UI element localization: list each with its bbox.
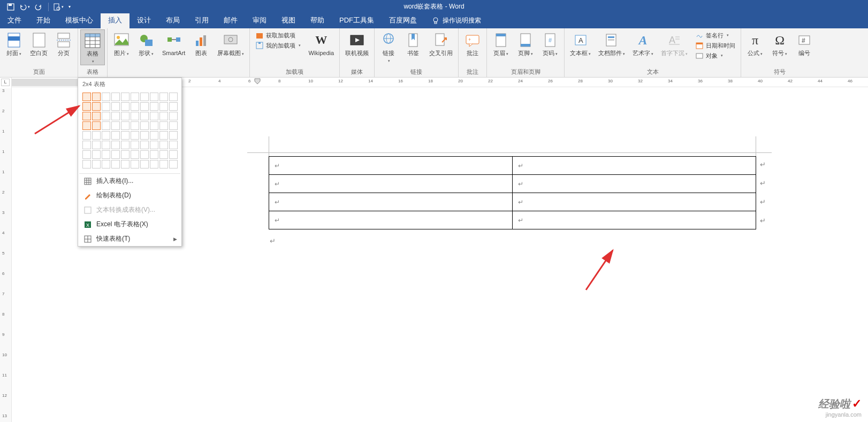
table-grid-picker[interactable] bbox=[78, 90, 181, 173]
grid-cell[interactable] bbox=[131, 150, 139, 159]
grid-cell[interactable] bbox=[169, 131, 178, 140]
wikipedia-button[interactable]: WWikipedia bbox=[305, 29, 337, 57]
table-row[interactable]: ↵↵ bbox=[269, 193, 756, 211]
ruler-corner[interactable]: L bbox=[1, 79, 10, 86]
tab-help[interactable]: 帮助 bbox=[303, 12, 332, 28]
grid-cell[interactable] bbox=[131, 102, 139, 111]
grid-cell[interactable] bbox=[92, 160, 101, 168]
grid-cell[interactable] bbox=[159, 131, 168, 140]
tab-design[interactable]: 设计 bbox=[130, 12, 158, 28]
grid-cell[interactable] bbox=[102, 102, 110, 111]
grid-cell[interactable] bbox=[82, 121, 91, 130]
grid-cell[interactable] bbox=[140, 112, 149, 120]
comment-button[interactable]: +批注 bbox=[461, 29, 484, 57]
grid-cell[interactable] bbox=[111, 93, 120, 101]
table-row[interactable]: ↵↵ bbox=[269, 157, 756, 175]
grid-cell[interactable] bbox=[92, 93, 101, 101]
grid-cell[interactable] bbox=[121, 131, 130, 140]
grid-cell[interactable] bbox=[82, 93, 91, 101]
grid-cell[interactable] bbox=[159, 121, 168, 130]
grid-cell[interactable] bbox=[102, 160, 110, 168]
grid-cell[interactable] bbox=[140, 160, 149, 168]
wordart-button[interactable]: A艺术字▾ bbox=[629, 29, 657, 57]
signature-line-button[interactable]: 签名行▾ bbox=[693, 30, 737, 40]
table-row[interactable]: ↵↵ bbox=[269, 211, 756, 229]
grid-cell[interactable] bbox=[111, 141, 120, 149]
crossref-button[interactable]: 交叉引用 bbox=[426, 29, 456, 57]
object-button[interactable]: 对象▾ bbox=[693, 51, 737, 60]
grid-cell[interactable] bbox=[111, 131, 120, 140]
grid-cell[interactable] bbox=[150, 112, 158, 120]
my-addins-button[interactable]: 我的加载项▾ bbox=[253, 41, 303, 50]
symbol-button[interactable]: Ω符号▾ bbox=[768, 29, 791, 57]
tab-references[interactable]: 引用 bbox=[187, 12, 216, 28]
grid-cell[interactable] bbox=[140, 141, 149, 149]
grid-cell[interactable] bbox=[169, 93, 178, 101]
grid-cell[interactable] bbox=[92, 150, 101, 159]
screenshot-button[interactable]: 屏幕截图▾ bbox=[214, 29, 247, 57]
grid-cell[interactable] bbox=[102, 112, 110, 120]
pictures-button[interactable]: 图片▾ bbox=[110, 29, 133, 57]
excel-spreadsheet-menu[interactable]: XExcel 电子表格(X) bbox=[78, 217, 181, 232]
grid-cell[interactable] bbox=[82, 112, 91, 120]
grid-cell[interactable] bbox=[159, 150, 168, 159]
number-button[interactable]: #编号 bbox=[793, 29, 816, 57]
grid-cell[interactable] bbox=[159, 141, 168, 149]
redo-button[interactable] bbox=[32, 1, 45, 13]
vertical-ruler[interactable]: 321112345678910111213 bbox=[0, 78, 12, 422]
grid-cell[interactable] bbox=[121, 160, 130, 168]
grid-cell[interactable] bbox=[169, 160, 178, 168]
tab-template[interactable]: 模板中心 bbox=[58, 12, 101, 28]
grid-cell[interactable] bbox=[140, 131, 149, 140]
chart-button[interactable]: 图表 bbox=[189, 29, 213, 57]
grid-cell[interactable] bbox=[150, 102, 158, 111]
grid-cell[interactable] bbox=[150, 131, 158, 140]
tab-review[interactable]: 审阅 bbox=[245, 12, 274, 28]
grid-cell[interactable] bbox=[121, 121, 130, 130]
cover-page-button[interactable]: 封面▾ bbox=[2, 29, 26, 57]
page-break-button[interactable]: 分页 bbox=[52, 29, 75, 57]
grid-cell[interactable] bbox=[111, 160, 120, 168]
dropcap-button[interactable]: A首字下沉▾ bbox=[658, 29, 691, 57]
draw-table-menu[interactable]: 绘制表格(D) bbox=[78, 188, 181, 203]
grid-cell[interactable] bbox=[131, 141, 139, 149]
grid-cell[interactable] bbox=[159, 112, 168, 120]
grid-cell[interactable] bbox=[150, 160, 158, 168]
grid-cell[interactable] bbox=[102, 121, 110, 130]
grid-cell[interactable] bbox=[121, 93, 130, 101]
table-button[interactable]: 表格▾ bbox=[80, 29, 105, 65]
grid-cell[interactable] bbox=[121, 141, 130, 149]
insert-table-menu[interactable]: 插入表格(I)... bbox=[78, 174, 181, 188]
grid-cell[interactable] bbox=[131, 121, 139, 130]
grid-cell[interactable] bbox=[131, 160, 139, 168]
grid-cell[interactable] bbox=[140, 121, 149, 130]
grid-cell[interactable] bbox=[102, 131, 110, 140]
grid-cell[interactable] bbox=[111, 102, 120, 111]
grid-cell[interactable] bbox=[102, 141, 110, 149]
grid-cell[interactable] bbox=[111, 121, 120, 130]
grid-cell[interactable] bbox=[92, 141, 101, 149]
tab-mailings[interactable]: 邮件 bbox=[216, 12, 245, 28]
textbox-button[interactable]: A文本框▾ bbox=[567, 29, 594, 57]
quick-parts-button[interactable]: 文档部件▾ bbox=[595, 29, 628, 57]
shapes-button[interactable]: 形状▾ bbox=[134, 29, 158, 57]
grid-cell[interactable] bbox=[140, 102, 149, 111]
tab-pdf[interactable]: PDF工具集 bbox=[332, 12, 382, 28]
grid-cell[interactable] bbox=[82, 141, 91, 149]
grid-cell[interactable] bbox=[169, 112, 178, 120]
tab-home[interactable]: 开始 bbox=[29, 12, 58, 28]
grid-cell[interactable] bbox=[169, 150, 178, 159]
smartart-button[interactable]: SmartArt bbox=[159, 29, 188, 57]
grid-cell[interactable] bbox=[82, 131, 91, 140]
qat-customize[interactable]: ▾ bbox=[66, 1, 73, 13]
touch-mode-button[interactable]: ▾ bbox=[52, 1, 65, 13]
grid-cell[interactable] bbox=[102, 150, 110, 159]
grid-cell[interactable] bbox=[92, 112, 101, 120]
grid-cell[interactable] bbox=[159, 93, 168, 101]
grid-cell[interactable] bbox=[82, 102, 91, 111]
grid-cell[interactable] bbox=[92, 131, 101, 140]
grid-cell[interactable] bbox=[121, 150, 130, 159]
tab-baidu[interactable]: 百度网盘 bbox=[382, 12, 424, 28]
grid-cell[interactable] bbox=[150, 93, 158, 101]
grid-cell[interactable] bbox=[159, 102, 168, 111]
